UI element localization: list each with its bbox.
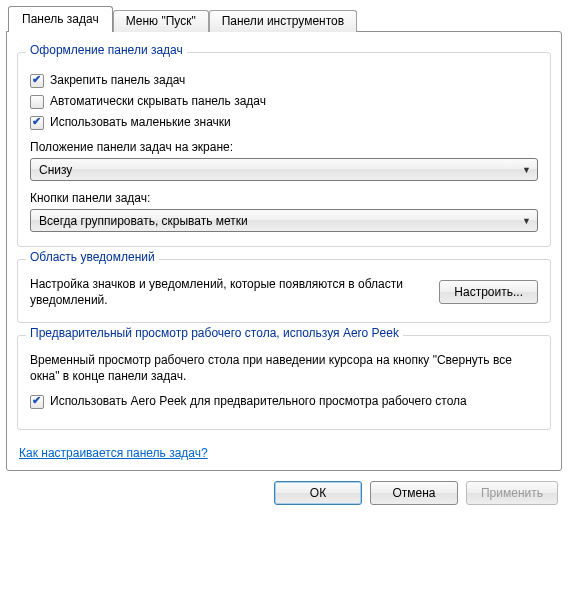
lock-taskbar-checkbox[interactable]: [30, 74, 44, 88]
taskbar-buttons-label: Кнопки панели задач:: [30, 191, 538, 205]
notification-area-description: Настройка значков и уведомлений, которые…: [30, 276, 427, 308]
taskbar-position-label: Положение панели задач на экране:: [30, 140, 538, 154]
tab-toolbars[interactable]: Панели инструментов: [209, 10, 357, 32]
cancel-button[interactable]: Отмена: [370, 481, 458, 505]
group-title-appearance: Оформление панели задач: [26, 43, 187, 57]
tab-strip: Панель задач Меню "Пуск" Панели инструме…: [6, 6, 562, 31]
tab-taskbar[interactable]: Панель задач: [8, 6, 113, 31]
customize-notifications-button[interactable]: Настроить...: [439, 280, 538, 304]
ok-button[interactable]: ОК: [274, 481, 362, 505]
use-aero-peek-checkbox[interactable]: [30, 395, 44, 409]
lock-taskbar-option[interactable]: Закрепить панель задач: [30, 73, 538, 88]
small-icons-checkbox[interactable]: [30, 116, 44, 130]
aero-peek-description: Временный просмотр рабочего стола при на…: [30, 352, 538, 384]
taskbar-position-value: Снизу: [39, 163, 72, 177]
taskbar-properties-dialog: Панель задач Меню "Пуск" Панели инструме…: [0, 0, 568, 590]
taskbar-buttons-value: Всегда группировать, скрывать метки: [39, 214, 248, 228]
use-aero-peek-option[interactable]: Использовать Aero Peek для предварительн…: [30, 394, 538, 409]
group-taskbar-appearance: Оформление панели задач Закрепить панель…: [17, 52, 551, 247]
lock-taskbar-label: Закрепить панель задач: [50, 73, 185, 88]
help-link-taskbar[interactable]: Как настраивается панель задач?: [19, 446, 208, 460]
autohide-taskbar-option[interactable]: Автоматически скрывать панель задач: [30, 94, 538, 109]
group-title-notification: Область уведомлений: [26, 250, 159, 264]
taskbar-position-select[interactable]: Снизу: [30, 158, 538, 181]
tab-page-taskbar: Оформление панели задач Закрепить панель…: [6, 31, 562, 471]
apply-button[interactable]: Применить: [466, 481, 558, 505]
group-aero-peek: Предварительный просмотр рабочего стола,…: [17, 335, 551, 430]
small-icons-label: Использовать маленькие значки: [50, 115, 231, 130]
group-title-aero-peek: Предварительный просмотр рабочего стола,…: [26, 326, 403, 340]
autohide-taskbar-checkbox[interactable]: [30, 95, 44, 109]
taskbar-buttons-select[interactable]: Всегда группировать, скрывать метки: [30, 209, 538, 232]
dialog-button-bar: ОК Отмена Применить: [6, 471, 562, 505]
use-aero-peek-label: Использовать Aero Peek для предварительн…: [50, 394, 467, 409]
small-icons-option[interactable]: Использовать маленькие значки: [30, 115, 538, 130]
group-notification-area: Область уведомлений Настройка значков и …: [17, 259, 551, 323]
tab-start-menu[interactable]: Меню "Пуск": [113, 10, 209, 32]
autohide-taskbar-label: Автоматически скрывать панель задач: [50, 94, 266, 109]
